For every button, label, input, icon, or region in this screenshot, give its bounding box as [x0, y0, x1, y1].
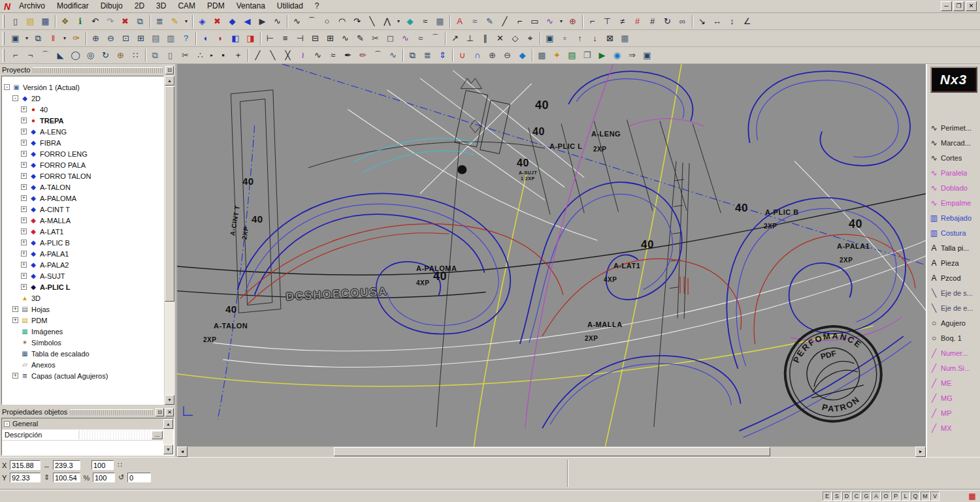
tool-me[interactable]: ╱ ME	[927, 375, 980, 390]
table-icon[interactable]: ▦	[617, 31, 632, 46]
window-icon[interactable]: ❐	[580, 48, 595, 63]
tool-dropdown-icon[interactable]: ▾	[557, 14, 565, 29]
gem-icon[interactable]: ◆	[515, 48, 530, 63]
rectangle-icon[interactable]: ▭	[527, 14, 542, 29]
undo-icon[interactable]: ↶	[88, 14, 103, 29]
chamfer-icon[interactable]: ◣	[53, 48, 68, 63]
tree-expander-icon[interactable]: +	[21, 162, 27, 168]
refresh-icon[interactable]: ↻	[660, 14, 675, 29]
restore-button[interactable]: ❐	[953, 1, 964, 11]
info-icon[interactable]: ℹ	[73, 14, 88, 29]
diag-line-icon[interactable]: ╱	[250, 48, 265, 63]
arc-tool-icon[interactable]: ⌒	[370, 48, 385, 63]
tree-item[interactable]: ▱ Anexos	[2, 359, 163, 370]
pen-dropdown-icon[interactable]: ▾	[182, 14, 190, 29]
alert-icon[interactable]: ▦	[967, 492, 977, 501]
slope-icon[interactable]: ∠	[740, 14, 755, 29]
mode-indicator[interactable]: S	[832, 492, 841, 501]
tree-expander-icon[interactable]: +	[21, 106, 27, 112]
node-edit-icon[interactable]: ◇	[508, 31, 523, 46]
width-input[interactable]	[53, 460, 80, 470]
menu-3d[interactable]: 3D	[150, 0, 172, 12]
move-down-icon[interactable]: ↓	[587, 31, 602, 46]
props-restore-button[interactable]: ⊡	[155, 408, 164, 416]
hatch2-icon[interactable]: #	[645, 14, 660, 29]
tree-expander-icon[interactable]: +	[21, 129, 27, 134]
tree-expander-icon[interactable]: +	[21, 140, 27, 146]
width-tool-icon[interactable]: ↔	[710, 14, 725, 29]
menu-ventana[interactable]: Ventana	[231, 0, 271, 12]
edit-pencil-icon[interactable]: ✎	[353, 31, 368, 46]
perpendicular-icon[interactable]: ⊥	[463, 31, 478, 46]
group-icon[interactable]: ▣	[542, 31, 557, 46]
group-expander-icon[interactable]: -	[4, 421, 10, 427]
play-icon[interactable]: ▶	[595, 48, 610, 63]
tree-item[interactable]: + ▤ Hojas	[2, 304, 163, 315]
arrow-ne-icon[interactable]: ↗	[448, 31, 463, 46]
tree-expander-icon[interactable]: +	[21, 251, 27, 257]
tree-item[interactable]: + ◆ A-PALA2	[2, 259, 163, 270]
tree-expander-icon[interactable]: +	[21, 273, 27, 279]
tree-item[interactable]: + ◆ A-MALLA	[2, 215, 163, 226]
blank-page-icon[interactable]: ▯	[163, 48, 178, 63]
pen-colors-icon[interactable]: ‖	[46, 31, 61, 46]
pair-icon[interactable]: ∞	[675, 14, 690, 29]
scroll-left-icon[interactable]: ◂	[177, 447, 188, 457]
mode-indicator[interactable]: L	[901, 492, 910, 501]
menu-modificar[interactable]: Modificar	[51, 0, 95, 12]
corner-icon[interactable]: ⌐	[585, 14, 600, 29]
clipboard-icon[interactable]: ⧉	[148, 48, 163, 63]
tree-item[interactable]: + ◆ A-CINT T	[2, 204, 163, 215]
zoom-all-icon[interactable]: ⊞	[133, 31, 148, 46]
tree-item[interactable]: + ◆ FORRO TALON	[2, 170, 163, 181]
magnify-plus-icon[interactable]: ⊕	[485, 48, 500, 63]
select-dropdown-icon[interactable]: ▾	[23, 31, 31, 46]
menu-archivo[interactable]: Archivo	[13, 0, 51, 12]
tree-item[interactable]: + ◆ A-TALON	[2, 181, 163, 193]
tool-boquilla[interactable]: ○ Boq. 1	[927, 330, 980, 345]
resize-arrow-icon[interactable]: ↘	[694, 14, 710, 29]
tree-expander-icon[interactable]: +	[12, 373, 18, 379]
add-region-icon[interactable]: ⊞	[323, 31, 338, 46]
trim-icon[interactable]: ⊤	[600, 14, 615, 29]
tree-item[interactable]: ▦ Tabla de escalado	[2, 348, 163, 359]
cross-lines-icon[interactable]: ╳	[280, 48, 295, 63]
tree-expander-icon[interactable]: +	[12, 317, 18, 323]
tree-expander-icon[interactable]: +	[21, 240, 27, 245]
double-wave-icon[interactable]: ≈	[325, 48, 340, 63]
tree-item[interactable]: + ◆ A-LENG	[2, 126, 163, 137]
tree-expander-icon[interactable]: +	[21, 262, 27, 268]
tree-expander-icon[interactable]: +	[12, 306, 18, 312]
tree-expander-icon[interactable]: +	[21, 184, 27, 190]
grid-snap-icon[interactable]: ∷	[116, 461, 124, 469]
angle-icon[interactable]: ⌐	[512, 14, 527, 29]
tree-item[interactable]: + ◆ A-PLIC B	[2, 237, 163, 248]
page-setup-icon[interactable]: ⧉	[31, 31, 46, 46]
tree-item[interactable]: + ◆ FORRO LENG	[2, 148, 163, 159]
properties-field-row[interactable]: Descripción ...	[2, 430, 174, 441]
menu-dibujo[interactable]: Dibujo	[95, 0, 129, 12]
fit-curve-icon[interactable]: ≈	[413, 31, 428, 46]
menu-2d[interactable]: 2D	[129, 0, 150, 12]
pencil-icon[interactable]: ✏	[355, 48, 370, 63]
diag-line2-icon[interactable]: ╲	[265, 48, 280, 63]
align-right-icon[interactable]: ⊣	[293, 31, 308, 46]
tree-expander-icon[interactable]: +	[21, 228, 27, 234]
rotation-input[interactable]	[127, 473, 151, 482]
mode-indicator[interactable]: G	[862, 492, 871, 501]
align-left-icon[interactable]: ⊢	[263, 31, 278, 46]
lock-icon[interactable]: ⊠	[602, 31, 617, 46]
tree-expander-icon[interactable]: +	[21, 284, 27, 290]
arc-up-icon[interactable]: ∪	[455, 48, 470, 63]
mode-indicator[interactable]: A	[872, 492, 881, 501]
half-left-icon[interactable]: ◖	[198, 31, 213, 46]
tool-doblado[interactable]: ∿ Doblado	[927, 180, 980, 195]
tree-item-trepa[interactable]: + ● TREPA	[2, 115, 163, 126]
save-icon[interactable]: ▦	[38, 14, 53, 29]
tree-expander-icon[interactable]: +	[21, 118, 27, 123]
ink-pen-icon[interactable]: ✒	[340, 48, 355, 63]
mirror-h-icon[interactable]: ◧	[228, 31, 243, 46]
tree-item[interactable]: + ◆ A-SUJT	[2, 270, 163, 281]
ungroup-icon[interactable]: ▫	[557, 31, 572, 46]
delete-icon[interactable]: ✖	[118, 14, 133, 29]
